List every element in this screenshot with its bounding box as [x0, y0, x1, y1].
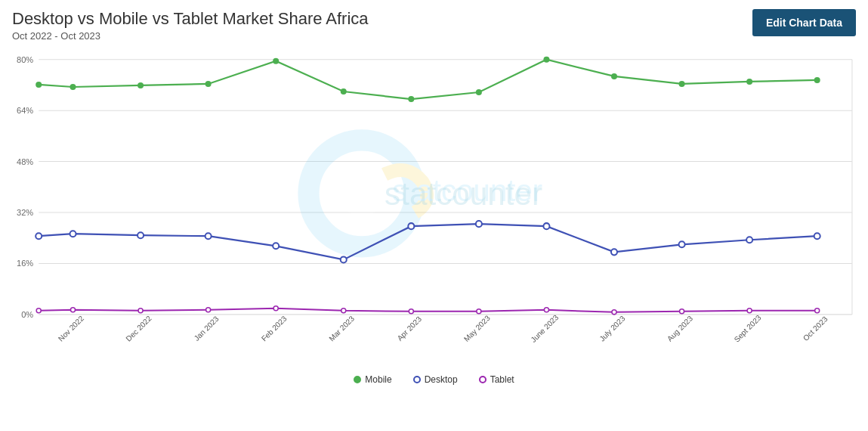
- page-container: Desktop vs Mobile vs Tablet Market Share…: [0, 0, 868, 431]
- svg-text:Sept 2023: Sept 2023: [733, 314, 763, 344]
- desktop-dot: [476, 221, 482, 227]
- svg-text:32%: 32%: [17, 208, 33, 217]
- desktop-line: [39, 225, 817, 260]
- mobile-dot: [611, 73, 617, 79]
- mobile-dot: [137, 82, 144, 88]
- legend-tablet: Tablet: [479, 374, 514, 385]
- desktop-legend-dot: [413, 376, 421, 383]
- svg-text:16%: 16%: [17, 259, 33, 268]
- desktop-dot: [679, 242, 685, 248]
- tablet-dot: [36, 309, 41, 313]
- svg-text:Apr 2023: Apr 2023: [396, 315, 424, 343]
- chart-legend: Mobile Desktop Tablet: [12, 374, 856, 385]
- svg-text:May 2023: May 2023: [462, 314, 492, 343]
- chart-header: Desktop vs Mobile vs Tablet Market Share…: [12, 9, 856, 42]
- svg-text:0%: 0%: [21, 310, 33, 319]
- mobile-dot: [814, 77, 820, 83]
- svg-text:Jan 2023: Jan 2023: [193, 315, 221, 343]
- mobile-dot: [679, 81, 685, 87]
- desktop-legend-label: Desktop: [425, 374, 458, 385]
- mobile-dot: [205, 81, 212, 87]
- desktop-dot: [205, 234, 212, 240]
- legend-mobile: Mobile: [354, 374, 391, 385]
- tablet-dot: [747, 309, 752, 313]
- svg-text:Feb 2023: Feb 2023: [260, 315, 289, 343]
- tablet-legend-label: Tablet: [490, 374, 514, 385]
- svg-text:statcounter: statcounter: [385, 176, 542, 212]
- tablet-dot: [544, 308, 548, 312]
- desktop-dot: [814, 234, 820, 240]
- chart-area: 80% 64% 48% 32% 16% 0% statcounter: [12, 46, 856, 371]
- desktop-dot: [408, 224, 414, 230]
- chart-subtitle: Oct 2022 - Oct 2023: [12, 30, 369, 42]
- desktop-dot: [137, 233, 144, 239]
- chart-svg: 80% 64% 48% 32% 16% 0% statcounter: [12, 46, 856, 371]
- tablet-dot: [273, 306, 278, 311]
- mobile-dot: [746, 79, 752, 85]
- desktop-dot: [70, 231, 76, 237]
- tablet-dot: [206, 308, 211, 312]
- desktop-dot: [36, 234, 42, 240]
- mobile-legend-label: Mobile: [365, 374, 391, 385]
- svg-text:Dec 2022: Dec 2022: [124, 315, 153, 343]
- tablet-legend-dot: [479, 376, 487, 383]
- mobile-dot: [408, 96, 414, 102]
- mobile-legend-dot: [354, 376, 361, 383]
- mobile-dot: [476, 89, 482, 95]
- tablet-dot: [341, 309, 346, 313]
- svg-text:64%: 64%: [17, 107, 33, 116]
- title-block: Desktop vs Mobile vs Tablet Market Share…: [12, 9, 369, 42]
- tablet-dot: [70, 308, 75, 312]
- tablet-dot: [680, 309, 684, 314]
- svg-text:80%: 80%: [17, 55, 33, 64]
- mobile-line: [39, 60, 817, 99]
- svg-text:48%: 48%: [17, 157, 33, 166]
- desktop-dot: [543, 224, 549, 230]
- chart-title: Desktop vs Mobile vs Tablet Market Share…: [12, 9, 369, 29]
- desktop-dot: [273, 243, 279, 250]
- tablet-dot: [612, 310, 616, 315]
- tablet-dot: [138, 309, 143, 313]
- svg-text:Mar 2023: Mar 2023: [327, 315, 356, 343]
- desktop-dot: [341, 257, 347, 263]
- mobile-dot: [36, 82, 42, 88]
- edit-chart-button[interactable]: Edit Chart Data: [752, 9, 856, 36]
- svg-text:June 2023: June 2023: [529, 313, 560, 344]
- svg-text:Aug 2023: Aug 2023: [666, 315, 694, 343]
- svg-point-14: [339, 171, 385, 216]
- svg-text:Oct 2023: Oct 2023: [802, 315, 829, 343]
- tablet-dot: [409, 309, 413, 314]
- mobile-dot: [70, 84, 76, 90]
- mobile-dot: [273, 58, 279, 64]
- mobile-dot: [543, 57, 549, 63]
- tablet-line: [39, 309, 817, 312]
- legend-desktop: Desktop: [413, 374, 458, 385]
- tablet-dot: [815, 309, 820, 313]
- tablet-dot: [477, 309, 481, 314]
- desktop-dot: [746, 237, 752, 243]
- mobile-dot: [341, 88, 347, 95]
- svg-text:Nov 2022: Nov 2022: [57, 315, 85, 343]
- svg-text:July 2023: July 2023: [598, 315, 626, 343]
- desktop-dot: [611, 250, 617, 256]
